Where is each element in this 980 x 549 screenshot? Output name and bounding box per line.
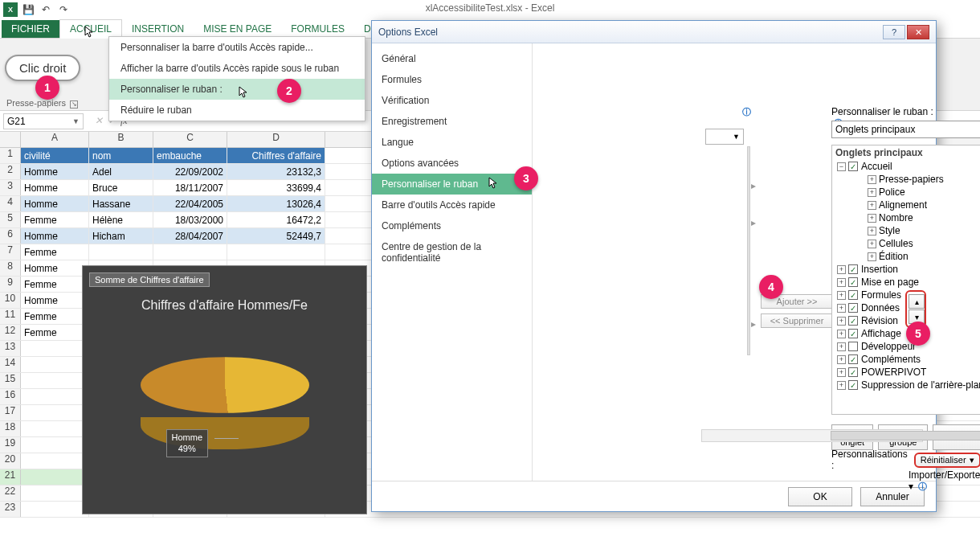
checkbox[interactable]: ✓ — [848, 329, 858, 338]
cell[interactable] — [21, 469, 89, 485]
row-header[interactable]: 21 — [0, 469, 21, 485]
expand-icon[interactable]: + — [868, 227, 876, 236]
expand-icon[interactable]: + — [837, 265, 846, 274]
cell[interactable] — [153, 244, 227, 260]
cell[interactable] — [21, 453, 89, 469]
cell[interactable]: 52449,7 — [227, 228, 325, 244]
tree-node[interactable]: +✓Insertion — [832, 263, 980, 276]
row-header[interactable]: 14 — [0, 357, 21, 372]
row-header[interactable]: 9 — [0, 277, 21, 292]
cell[interactable]: 33699,4 — [227, 180, 325, 195]
cell[interactable] — [21, 485, 89, 501]
row-header[interactable]: 6 — [0, 228, 21, 244]
cat-enregistrement[interactable]: Enregistrement — [372, 111, 532, 132]
tree-node[interactable]: +✓Mise en page — [832, 276, 980, 289]
expand-icon[interactable]: + — [837, 291, 846, 300]
col-header[interactable]: B — [89, 132, 153, 147]
redo-icon[interactable]: ↷ — [56, 2, 71, 17]
tree-node[interactable]: +Nombre — [832, 211, 980, 224]
cell[interactable]: Femme — [21, 325, 89, 340]
tree-node[interactable]: +✓Compléments — [832, 353, 980, 366]
dialog-launcher-icon[interactable]: ↘ — [70, 100, 78, 109]
cat-verification[interactable]: Vérification — [372, 90, 532, 111]
row-header[interactable]: 12 — [0, 325, 21, 340]
close-button[interactable]: ✕ — [907, 25, 929, 39]
ok-button[interactable]: OK — [788, 487, 852, 506]
expand-icon[interactable]: + — [868, 240, 876, 248]
cell[interactable]: 16472,2 — [227, 212, 325, 227]
cell[interactable] — [21, 373, 89, 388]
row-header[interactable]: 17 — [0, 405, 21, 420]
cell[interactable] — [21, 502, 89, 517]
cell[interactable]: 28/04/2007 — [153, 228, 227, 244]
row-header[interactable]: 2 — [0, 164, 21, 179]
expand-icon[interactable]: + — [868, 214, 876, 223]
cell[interactable] — [21, 341, 89, 356]
tree-node[interactable]: +Police — [832, 186, 980, 199]
tab-formulas[interactable]: FORMULES — [281, 20, 354, 38]
row-header[interactable]: 1 — [0, 148, 21, 163]
th-embauche[interactable]: embauche — [153, 148, 227, 163]
cell[interactable]: Homme — [21, 196, 89, 211]
checkbox[interactable]: ✓ — [848, 354, 858, 364]
name-box-dropdown-icon[interactable]: ▼ — [72, 117, 80, 125]
row-header[interactable]: 4 — [0, 196, 21, 211]
ctx-show-qat-below[interactable]: Afficher la barre d'outils Accès rapide … — [109, 58, 365, 79]
expand-icon[interactable]: + — [868, 252, 876, 261]
expand-icon[interactable]: + — [868, 188, 876, 197]
info-icon[interactable]: ⓘ — [742, 106, 751, 118]
row-header[interactable]: 13 — [0, 341, 21, 356]
cell[interactable]: 23132,3 — [227, 164, 325, 179]
cat-qat[interactable]: Barre d'outils Accès rapide — [372, 195, 532, 215]
cell[interactable]: Homme — [21, 293, 89, 308]
info-icon[interactable]: ⓘ — [918, 481, 927, 491]
cat-formules[interactable]: Formules — [372, 69, 532, 90]
expand-icon[interactable]: + — [837, 330, 846, 338]
tab-layout[interactable]: MISE EN PAGE — [194, 20, 281, 38]
checkbox[interactable]: ✓ — [848, 380, 858, 390]
reset-button[interactable]: Réinitialiser ▾ — [914, 453, 980, 468]
tree-node[interactable]: +Cellules — [832, 237, 980, 250]
left-list-scrollbar[interactable] — [747, 146, 750, 355]
tree-node[interactable]: +Style — [832, 224, 980, 237]
th-civilite[interactable]: civilité — [21, 148, 89, 163]
remove-button[interactable]: << Supprimer — [761, 313, 833, 328]
ctx-collapse-ribbon[interactable]: Réduire le ruban — [109, 100, 365, 121]
row-header[interactable]: 15 — [0, 373, 21, 388]
ctx-customize-ribbon[interactable]: Personnaliser le ruban : — [109, 79, 365, 100]
row-header[interactable]: 8 — [0, 260, 21, 276]
cell[interactable]: Hicham — [89, 228, 153, 244]
row-header[interactable]: 18 — [0, 421, 21, 436]
row-header[interactable]: 7 — [0, 244, 21, 260]
cell[interactable] — [89, 244, 153, 260]
cat-general[interactable]: Général — [372, 48, 532, 69]
expand-icon[interactable]: + — [837, 278, 846, 287]
row-header[interactable]: 23 — [0, 502, 21, 517]
cell[interactable]: Hélène — [89, 212, 153, 227]
cell[interactable]: Bruce — [89, 180, 153, 195]
move-up-button[interactable]: ▴ — [909, 294, 925, 309]
cell[interactable]: Femme — [21, 244, 89, 260]
cat-langue[interactable]: Langue — [372, 132, 532, 153]
checkbox[interactable]: ✓ — [848, 316, 858, 326]
cell[interactable]: Homme — [21, 228, 89, 244]
cell[interactable]: Hassane — [89, 196, 153, 211]
select-all-corner[interactable] — [0, 132, 21, 147]
cell[interactable] — [21, 389, 89, 404]
customize-scope-dropdown[interactable]: Onglets principaux ▼ — [831, 121, 980, 138]
cell[interactable] — [227, 244, 325, 260]
expand-icon[interactable]: + — [837, 381, 846, 390]
cell[interactable]: Homme — [21, 164, 89, 179]
checkbox[interactable]: ✓ — [848, 264, 858, 274]
cell[interactable]: Homme — [21, 260, 89, 276]
expand-icon[interactable]: + — [868, 175, 876, 184]
tree-node[interactable]: −✓Accueil — [832, 160, 980, 173]
tree-node[interactable]: +Développeur — [832, 340, 980, 353]
cat-confidentialite[interactable]: Centre de gestion de la confidentialité — [372, 236, 532, 268]
cell[interactable]: Femme — [21, 212, 89, 227]
checkbox[interactable]: ✓ — [848, 290, 858, 300]
tab-file[interactable]: FICHIER — [2, 20, 59, 38]
horizontal-scrollbar[interactable]: III — [701, 429, 923, 442]
tree-node[interactable]: +Alignement — [832, 199, 980, 211]
dialog-titlebar[interactable]: Options Excel ? ✕ — [372, 21, 936, 43]
